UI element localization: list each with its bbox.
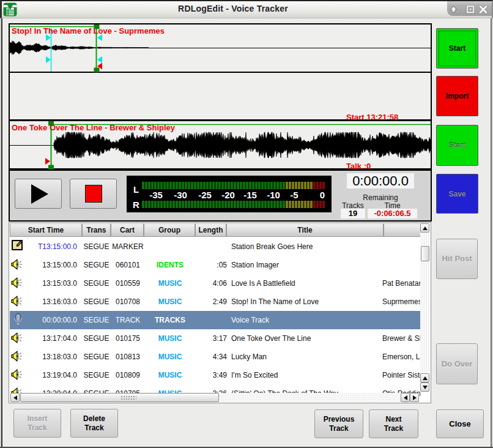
svg-text:-10: -10	[267, 190, 280, 200]
svg-text:-25: -25	[198, 190, 212, 200]
svg-text:L: L	[133, 184, 139, 195]
svg-text:-35: -35	[149, 190, 163, 200]
svg-text:-20: -20	[221, 190, 235, 200]
svg-text:-30: -30	[174, 190, 187, 200]
svg-text:-5: -5	[290, 190, 298, 200]
svg-text:-15: -15	[243, 190, 257, 200]
svg-text:0: 0	[320, 190, 325, 200]
svg-text:R: R	[133, 200, 139, 210]
